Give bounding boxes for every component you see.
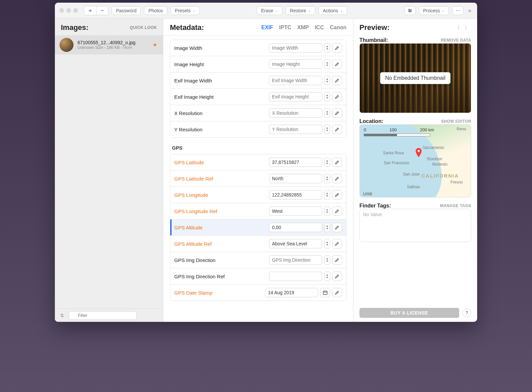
metadata-field-label: Exif Image Height [174,94,266,100]
map-city-label: San Jose [403,172,420,177]
number-stepper-icon[interactable]: ▲▼ [324,76,330,85]
metadata-value-input[interactable] [269,125,322,134]
minimize-icon[interactable] [66,8,71,13]
tab-exif[interactable]: EXIF [261,25,273,31]
number-stepper-icon[interactable]: ▲▼ [324,125,330,134]
svg-point-3 [409,9,410,10]
tab-iptc[interactable]: IPTC [279,25,291,31]
actions-menu-button[interactable]: Actions ⌄ [319,6,347,15]
location-map[interactable]: 0 100 200 km Santa Rosa San Francisco Sa… [359,124,471,197]
sidebar-title: Images: [61,23,88,32]
metadata-field-label: GPS Altitude Ref [174,241,266,247]
password-button[interactable]: Password [112,6,141,15]
metadata-row: GPS Date Stamp [170,284,346,301]
select-stepper-icon[interactable]: ▲▼ [324,239,330,248]
tab-icc[interactable]: ICC [315,25,324,31]
edit-icon[interactable] [332,43,342,53]
finder-tags-box[interactable]: No Value [359,209,471,242]
svg-point-4 [410,10,411,11]
modified-dot-icon [154,44,156,46]
edit-icon[interactable] [332,60,342,69]
settings-icon[interactable] [404,6,416,15]
metadata-value-input[interactable] [269,223,322,232]
image-file-sub: Unknown Size - 186 KB - More [77,45,150,50]
metadata-value-input[interactable] [269,60,322,69]
erase-menu-button[interactable]: Erase ⌄ [257,6,282,15]
edit-icon[interactable] [332,255,342,265]
metadata-field-label: GPS Longitude [174,192,266,198]
remove-button[interactable]: − [96,6,108,15]
metadata-value-input[interactable] [269,206,322,216]
restore-menu-button[interactable]: Restore ⌄ [286,6,315,15]
add-button[interactable]: ＋ [84,6,96,15]
metadata-value-input[interactable] [269,255,322,265]
image-list-item[interactable]: 67100555_12...40992_o.jpg Unknown Size -… [55,35,163,55]
chevron-down-icon: ⌄ [275,9,278,12]
map-legal-link[interactable]: Legal [363,191,372,195]
metadata-value-input[interactable] [269,92,322,101]
photos-button[interactable]: Photos [144,6,167,15]
edit-icon[interactable] [332,223,342,232]
select-stepper-icon[interactable]: ▲▼ [324,206,330,216]
metadata-value-input[interactable] [269,158,322,167]
process-menu-button[interactable]: Process ⌄ [419,6,449,15]
edit-icon[interactable] [332,125,342,134]
manage-tags-button[interactable]: MANAGE TAGS [440,203,471,208]
edit-icon[interactable] [332,108,342,118]
presets-menu-button[interactable]: Presets ⌄ [171,6,200,15]
close-icon[interactable] [60,8,64,13]
number-stepper-icon[interactable]: ▲▼ [324,92,330,101]
metadata-value-input[interactable] [269,76,322,85]
number-stepper-icon[interactable]: ▲▼ [324,255,330,265]
next-image-button[interactable]: 〉 [463,24,471,32]
edit-icon[interactable] [332,92,342,101]
metadata-row: Exif Image Height ▲▼ [170,88,346,105]
number-stepper-icon[interactable]: ▲▼ [324,43,330,53]
metadata-tabs: EXIF IPTC XMP ICC Canon [261,25,346,31]
image-file-name: 67100555_12...40992_o.jpg [77,40,150,45]
prev-image-button[interactable]: 〈 [453,24,461,32]
number-stepper-icon[interactable]: ▲▼ [324,158,330,167]
number-stepper-icon[interactable]: ▲▼ [324,223,330,232]
buy-license-button[interactable]: BUY A LICENSE [359,308,459,318]
metadata-value-input[interactable] [269,174,322,183]
metadata-value-input[interactable] [269,43,322,53]
number-stepper-icon[interactable]: ▲▼ [324,190,330,199]
metadata-value-input[interactable] [269,108,322,118]
edit-icon[interactable] [332,288,342,297]
zoom-icon[interactable] [73,8,78,13]
image-more-link[interactable]: More [123,45,132,50]
more-icon[interactable]: ⋯ [452,6,464,15]
tab-canon[interactable]: Canon [330,25,346,31]
finder-tags-title: Finder Tags: [359,203,391,209]
help-button[interactable]: ? [463,309,471,317]
show-editor-button[interactable]: SHOW EDITOR [441,119,471,124]
number-stepper-icon[interactable]: ▲▼ [324,60,330,69]
calendar-icon[interactable] [320,288,330,297]
filter-input[interactable] [69,311,137,320]
edit-icon[interactable] [332,158,342,167]
select-stepper-icon[interactable]: ▲▼ [324,272,330,281]
map-pin-icon [415,148,423,158]
metadata-value-input[interactable] [269,190,322,199]
metadata-value-input[interactable] [265,288,318,297]
edit-icon[interactable] [332,190,342,199]
metadata-row: Image Width ▲▼ [170,40,346,56]
quick-look-button[interactable]: QUICK LOOK [130,25,157,30]
edit-icon[interactable] [332,272,342,281]
metadata-row: GPS Img Direction Ref ▲▼ [170,268,346,284]
number-stepper-icon[interactable]: ▲▼ [324,108,330,118]
tab-xmp[interactable]: XMP [297,25,309,31]
metadata-value-input[interactable] [269,272,322,281]
metadata-field-label: Image Height [174,62,266,67]
edit-icon[interactable] [332,174,342,183]
add-remove-segment: ＋ − [84,6,108,15]
edit-icon[interactable] [332,76,342,85]
metadata-value-input[interactable] [269,239,322,248]
sort-icon[interactable]: ⇅ [58,313,66,318]
edit-icon[interactable] [332,239,342,248]
remove-thumbnail-button[interactable]: REMOVE DATA [441,38,471,43]
edit-icon[interactable] [332,206,342,216]
select-stepper-icon[interactable]: ▲▼ [324,174,330,183]
overflow-icon[interactable]: » [467,8,472,14]
